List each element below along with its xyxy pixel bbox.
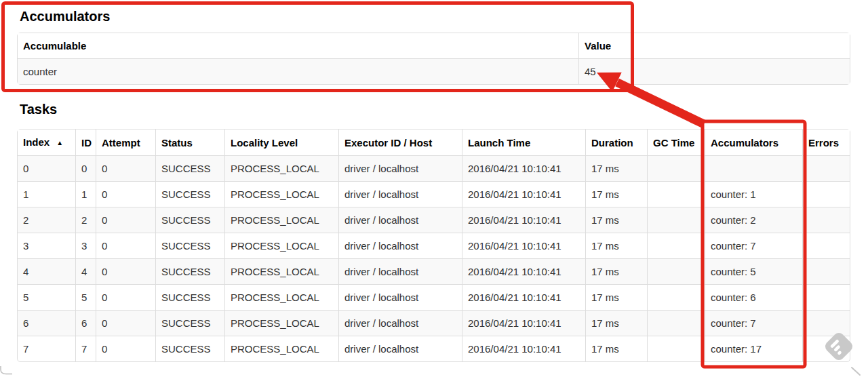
task-cell-duration: 17 ms [585, 284, 647, 310]
accumulators-heading: Accumulators [20, 8, 110, 24]
task-cell-index: 6 [18, 310, 75, 336]
task-cell-id: 2 [75, 207, 96, 233]
sort-ascending-icon: ▲ [56, 139, 63, 146]
task-cell-gc-time [647, 258, 705, 284]
column-header-gc-time[interactable]: GC Time [647, 130, 705, 155]
task-cell-gc-time [647, 336, 705, 361]
task-cell-executor-id-host: driver / localhost [338, 207, 462, 233]
task-cell-attempt: 0 [96, 258, 155, 284]
accumulators-table: Accumulable Value counter 45 [17, 33, 850, 85]
task-cell-attempt: 0 [96, 207, 155, 233]
task-cell-locality-level: PROCESS_LOCAL [224, 207, 338, 233]
task-cell-status: SUCCESS [155, 336, 224, 361]
task-cell-index: 2 [18, 207, 75, 233]
accumulable-value-cell: 45 [578, 58, 850, 84]
task-cell-executor-id-host: driver / localhost [338, 155, 462, 181]
tasks-heading: Tasks [20, 101, 57, 117]
task-cell-locality-level: PROCESS_LOCAL [224, 155, 338, 181]
task-row: 550SUCCESSPROCESS_LOCALdriver / localhos… [18, 284, 850, 310]
task-row: 660SUCCESSPROCESS_LOCALdriver / localhos… [18, 310, 850, 336]
task-cell-gc-time [647, 284, 705, 310]
task-cell-accumulators [705, 155, 802, 181]
window-corner-bottom-right [852, 368, 860, 375]
task-cell-accumulators: counter: 7 [705, 310, 802, 336]
window-corner-bottom-left [1, 366, 12, 374]
task-cell-status: SUCCESS [155, 207, 224, 233]
task-cell-attempt: 0 [96, 233, 155, 258]
column-header-errors[interactable]: Errors [802, 130, 850, 155]
task-cell-index: 7 [18, 336, 75, 361]
tasks-header-row: Index▲ ID Attempt Status Locality Level … [18, 130, 850, 155]
spark-stage-page: { "annotation_color": "#e3261b", "waterm… [0, 0, 868, 377]
task-cell-id: 5 [75, 284, 96, 310]
task-row: 000SUCCESSPROCESS_LOCALdriver / localhos… [18, 155, 850, 181]
task-cell-attempt: 0 [96, 155, 155, 181]
column-header-index-label: Index [23, 136, 50, 148]
task-cell-status: SUCCESS [155, 284, 224, 310]
task-cell-duration: 17 ms [585, 310, 647, 336]
task-cell-id: 4 [75, 258, 96, 284]
task-cell-errors [802, 310, 850, 336]
task-cell-attempt: 0 [96, 284, 155, 310]
task-row: 110SUCCESSPROCESS_LOCALdriver / localhos… [18, 181, 850, 207]
task-cell-gc-time [647, 207, 705, 233]
task-cell-gc-time [647, 233, 705, 258]
column-header-locality-level[interactable]: Locality Level [224, 130, 338, 155]
task-cell-status: SUCCESS [155, 233, 224, 258]
task-cell-status: SUCCESS [155, 155, 224, 181]
task-cell-index: 4 [18, 258, 75, 284]
task-row: 770SUCCESSPROCESS_LOCALdriver / localhos… [18, 336, 850, 361]
task-cell-status: SUCCESS [155, 310, 224, 336]
column-header-status[interactable]: Status [155, 130, 224, 155]
column-header-id[interactable]: ID [75, 130, 96, 155]
task-cell-launch-time: 2016/04/21 10:10:41 [462, 233, 585, 258]
task-cell-executor-id-host: driver / localhost [338, 181, 462, 207]
accumulator-row: counter 45 [18, 58, 850, 84]
task-cell-launch-time: 2016/04/21 10:10:41 [462, 155, 585, 181]
task-cell-accumulators: counter: 2 [705, 207, 802, 233]
column-header-launch-time[interactable]: Launch Time [462, 130, 585, 155]
task-row: 220SUCCESSPROCESS_LOCALdriver / localhos… [18, 207, 850, 233]
column-header-executor-id-host[interactable]: Executor ID / Host [338, 130, 462, 155]
column-header-attempt[interactable]: Attempt [96, 130, 155, 155]
task-cell-gc-time [647, 310, 705, 336]
task-cell-locality-level: PROCESS_LOCAL [224, 284, 338, 310]
task-cell-duration: 17 ms [585, 258, 647, 284]
task-cell-errors [802, 155, 850, 181]
task-cell-executor-id-host: driver / localhost [338, 258, 462, 284]
task-cell-gc-time [647, 181, 705, 207]
task-cell-id: 7 [75, 336, 96, 361]
task-cell-duration: 17 ms [585, 207, 647, 233]
task-cell-executor-id-host: driver / localhost [338, 310, 462, 336]
accumulators-header-row: Accumulable Value [18, 33, 850, 58]
task-cell-index: 5 [18, 284, 75, 310]
column-header-index[interactable]: Index▲ [18, 130, 75, 155]
task-cell-attempt: 0 [96, 310, 155, 336]
tasks-table: Index▲ ID Attempt Status Locality Level … [17, 129, 850, 362]
task-cell-errors [802, 336, 850, 361]
task-cell-launch-time: 2016/04/21 10:10:41 [462, 181, 585, 207]
task-cell-accumulators: counter: 7 [705, 233, 802, 258]
task-cell-launch-time: 2016/04/21 10:10:41 [462, 310, 585, 336]
task-cell-locality-level: PROCESS_LOCAL [224, 233, 338, 258]
annotation-arrow-shaft [617, 83, 704, 125]
task-cell-launch-time: 2016/04/21 10:10:41 [462, 284, 585, 310]
task-cell-locality-level: PROCESS_LOCAL [224, 258, 338, 284]
task-cell-status: SUCCESS [155, 181, 224, 207]
task-cell-id: 3 [75, 233, 96, 258]
column-header-accumulators[interactable]: Accumulators [705, 130, 802, 155]
task-cell-launch-time: 2016/04/21 10:10:41 [462, 258, 585, 284]
task-cell-index: 3 [18, 233, 75, 258]
task-cell-duration: 17 ms [585, 155, 647, 181]
value-column-header: Value [578, 33, 850, 58]
column-header-duration[interactable]: Duration [585, 130, 647, 155]
task-cell-locality-level: PROCESS_LOCAL [224, 336, 338, 361]
task-cell-errors [802, 258, 850, 284]
task-cell-locality-level: PROCESS_LOCAL [224, 181, 338, 207]
task-cell-errors [802, 207, 850, 233]
task-cell-id: 6 [75, 310, 96, 336]
task-row: 440SUCCESSPROCESS_LOCALdriver / localhos… [18, 258, 850, 284]
task-cell-status: SUCCESS [155, 258, 224, 284]
task-cell-gc-time [647, 155, 705, 181]
task-cell-index: 1 [18, 181, 75, 207]
